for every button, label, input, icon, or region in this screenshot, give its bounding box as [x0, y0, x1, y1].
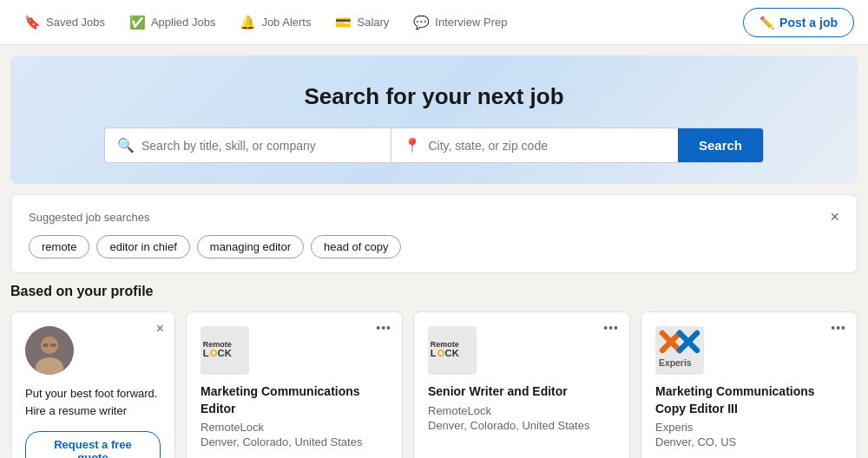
location-icon: 📍: [404, 137, 421, 154]
svg-text:O: O: [210, 348, 218, 358]
remotelock-logo-2: Remote L O CK: [428, 326, 477, 375]
location-input[interactable]: [428, 139, 665, 153]
search-button[interactable]: Search: [678, 128, 763, 162]
svg-rect-4: [43, 344, 49, 347]
post-job-button[interactable]: ✏️ Post a job: [743, 8, 854, 37]
svg-text:L: L: [203, 348, 209, 358]
bookmark-icon: 🔖: [24, 15, 41, 30]
avatar: [25, 326, 74, 375]
chip-editor-in-chief[interactable]: editor in chief: [96, 235, 189, 258]
job-card-1-menu-button[interactable]: •••: [376, 321, 391, 335]
svg-text:Remote: Remote: [203, 340, 232, 349]
nav-saved-jobs[interactable]: 🔖 Saved Jobs: [14, 8, 115, 37]
search-icon: 🔍: [117, 137, 135, 154]
nav-salary-label: Salary: [357, 16, 389, 29]
svg-text:Remote: Remote: [431, 340, 459, 349]
chat-icon: 💬: [413, 15, 430, 30]
suggested-header: Suggested job searches ×: [29, 209, 839, 225]
nav-applied-jobs[interactable]: ✅ Applied Jobs: [119, 8, 226, 37]
job-card-3-company: Experis: [655, 421, 843, 434]
job-card-3[interactable]: ••• Experis Marketing Communications Cop…: [641, 311, 858, 458]
promo-text: Put your best foot forward. Hire a resum…: [25, 385, 161, 419]
job-card-2-title: Senior Writer and Editor: [428, 383, 615, 401]
nav-interview-prep-label: Interview Prep: [435, 16, 507, 29]
hero-title: Search for your next job: [31, 83, 837, 110]
job-card-1-company: RemoteLock: [201, 421, 388, 434]
chip-remote[interactable]: remote: [29, 235, 89, 258]
job-card-3-title: Marketing Communications Copy Editor III: [655, 383, 843, 417]
svg-text:L: L: [431, 348, 437, 358]
chip-head-of-copy[interactable]: head of copy: [311, 235, 401, 258]
job-card-2-menu-button[interactable]: •••: [603, 321, 619, 335]
profile-section-title: Based on your profile: [10, 284, 858, 299]
search-input[interactable]: [141, 139, 378, 153]
experis-logo: Experis: [655, 326, 704, 375]
hero-section: Search for your next job 🔍 📍 Search: [10, 56, 858, 184]
nav-job-alerts-label: Job Alerts: [261, 16, 311, 29]
search-bar: 🔍 📍 Search: [104, 128, 764, 163]
promo-card: × Put your best foot forward. Hire a res…: [10, 311, 175, 458]
suggested-close-button[interactable]: ×: [830, 209, 839, 225]
svg-rect-5: [50, 344, 56, 347]
request-quote-button[interactable]: Request a free quote: [25, 431, 161, 458]
nav-interview-prep[interactable]: 💬 Interview Prep: [403, 8, 517, 37]
nav-job-alerts[interactable]: 🔔 Job Alerts: [229, 8, 321, 37]
chips-container: remoteeditor in chiefmanaging editorhead…: [29, 235, 839, 258]
svg-text:CK: CK: [218, 348, 232, 358]
cards-row: × Put your best foot forward. Hire a res…: [10, 311, 858, 458]
profile-section: Based on your profile × Put your best fo…: [10, 284, 858, 458]
nav-saved-jobs-label: Saved Jobs: [46, 16, 105, 29]
job-card-2-company: RemoteLock: [428, 404, 615, 417]
job-card-2[interactable]: ••• Remote L O CK Senior Writer and Edit…: [413, 311, 630, 458]
edit-icon: ✏️: [760, 16, 774, 29]
nav-applied-jobs-label: Applied Jobs: [151, 16, 215, 29]
svg-text:Experis: Experis: [659, 358, 692, 368]
remotelock-logo-1: Remote L O CK: [201, 326, 249, 375]
job-card-1[interactable]: ••• Remote L O CK Marketing Communicatio…: [186, 311, 403, 458]
job-card-1-location: Denver, Colorado, United States: [201, 435, 388, 448]
nav-salary[interactable]: 💳 Salary: [325, 8, 399, 37]
location-field-wrapper: 📍: [391, 128, 677, 162]
job-card-2-location: Denver, Colorado, United States: [428, 419, 615, 432]
promo-card-close-button[interactable]: ×: [156, 321, 164, 337]
check-circle-icon: ✅: [129, 15, 146, 30]
search-field-wrapper: 🔍: [105, 128, 391, 162]
job-card-1-title: Marketing Communications Editor: [201, 383, 388, 417]
suggested-label: Suggested job searches: [29, 211, 149, 224]
chip-managing-editor[interactable]: managing editor: [197, 235, 304, 258]
job-card-3-location: Denver, CO, US: [655, 435, 843, 448]
svg-text:CK: CK: [445, 348, 459, 358]
svg-text:O: O: [437, 348, 445, 358]
suggested-section: Suggested job searches × remoteeditor in…: [10, 194, 858, 273]
card-icon: 💳: [335, 15, 352, 30]
top-nav: 🔖 Saved Jobs ✅ Applied Jobs 🔔 Job Alerts…: [0, 0, 868, 45]
bell-icon: 🔔: [240, 15, 256, 30]
job-card-3-menu-button[interactable]: •••: [831, 321, 846, 335]
